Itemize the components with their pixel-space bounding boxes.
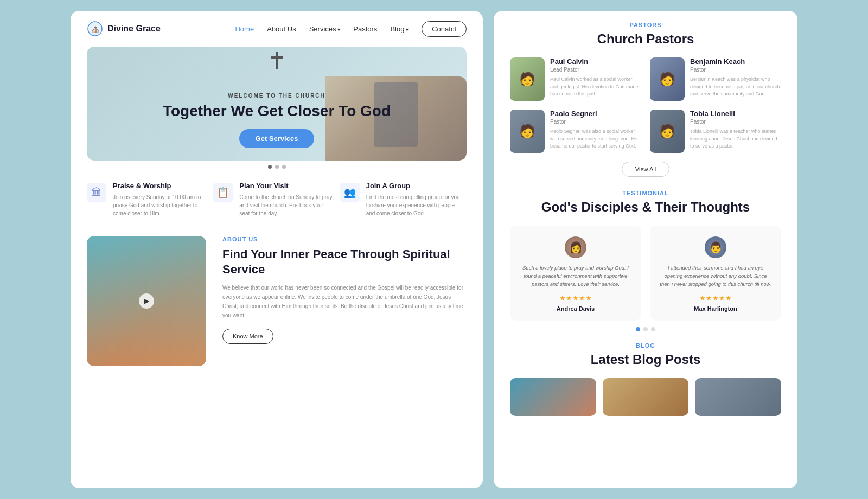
service-visit: 📋 Plan Your Visit Come to the church on … — [213, 182, 340, 217]
testimonial-andrea: 👩 Such a lovely place to pray and worshi… — [510, 226, 641, 321]
about-title: Find Your Inner Peace Through Spiritual … — [222, 247, 467, 277]
logo-icon: ⛪ — [87, 21, 103, 37]
pastor-desc-benjamin: Benjamin Keach was a physicist who decid… — [690, 76, 781, 98]
testimonial-section: Testimonial God's Disciples & Their Thou… — [510, 190, 781, 331]
about-section: ▶ About Us Find Your Inner Peace Through… — [71, 231, 483, 372]
testimonials-grid: 👩 Such a lovely place to pray and worshi… — [510, 226, 781, 321]
group-icon: 👥 — [340, 183, 360, 202]
svg-text:👥: 👥 — [344, 187, 356, 199]
blog-image-2[interactable] — [603, 378, 689, 416]
service-1-title: Praise & Worship — [113, 182, 208, 190]
pastor-info-benjamin: Benjamin Keach Pastor Benjamin Keach was… — [690, 57, 781, 98]
visit-icon: 📋 — [213, 183, 233, 202]
testimonial-tag: Testimonial — [510, 190, 781, 196]
logo[interactable]: ⛪ Divine Grace — [87, 21, 161, 37]
blog-images — [510, 378, 781, 416]
about-tag: About Us — [222, 236, 467, 242]
hero-dot-1[interactable] — [268, 165, 272, 169]
pastor-role-paul: Lead Pastor — [550, 67, 641, 73]
pastors-title: Church Pastors — [510, 31, 781, 47]
blog-section: Blog Latest Blog Posts — [510, 342, 781, 416]
service-praise: 🏛 Praise & Worship Join us every Sunday … — [87, 182, 213, 217]
testimonial-text-max: I attended their sermons and I had an ey… — [659, 264, 773, 289]
services-section: 🏛 Praise & Worship Join us every Sunday … — [71, 169, 483, 231]
pastors-grid: 🧑 Paul Calvin Lead Pastor Paul Calvin wo… — [510, 57, 781, 153]
stars-max: ★★★★★ — [659, 294, 773, 302]
service-group: 👥 Join A Group Find the most compelling … — [340, 182, 467, 217]
pastor-desc-paolo: Paolo Segneri was also a social worker w… — [550, 128, 641, 150]
nav-blog[interactable]: Blog — [390, 25, 409, 33]
pastor-role-benjamin: Pastor — [690, 67, 781, 73]
pastor-card-paul: 🧑 Paul Calvin Lead Pastor Paul Calvin wo… — [510, 57, 641, 101]
service-2-title: Plan Your Visit — [239, 182, 334, 190]
hero-title: Together We Get Closer To God — [163, 102, 391, 120]
know-more-button[interactable]: Know More — [222, 329, 273, 344]
pastor-role-paolo: Pastor — [550, 119, 641, 125]
hero-section: Welcome To The Church Together We Get Cl… — [87, 47, 467, 161]
pastors-section: Pastors Church Pastors 🧑 Paul Calvin Lea… — [510, 22, 781, 177]
service-2-text: Come to the church on Sunday to pray and… — [239, 193, 334, 217]
about-image: ▶ — [87, 236, 206, 366]
t-dot-2[interactable] — [643, 327, 648, 331]
nav-home[interactable]: Home — [235, 25, 254, 33]
testimonial-max: 👨 I attended their sermons and I had an … — [650, 226, 781, 321]
testimonial-title: God's Disciples & Their Thoughts — [510, 200, 781, 215]
svg-text:🏛: 🏛 — [92, 187, 101, 198]
pastors-tag: Pastors — [510, 22, 781, 28]
service-3-title: Join A Group — [366, 182, 461, 190]
hero-subtitle: Welcome To The Church — [163, 93, 391, 99]
get-services-button[interactable]: Get Services — [239, 129, 315, 148]
hero-dot-3[interactable] — [282, 165, 286, 169]
pastor-info-tobia: Tobia Lionelli Pastor Tobia Lionelli was… — [690, 110, 781, 150]
avatar-andrea: 👩 — [565, 236, 586, 258]
left-panel: ⛪ Divine Grace Home About Us Services Pa… — [71, 11, 483, 488]
pastor-card-tobia: 🧑 Tobia Lionelli Pastor Tobia Lionelli w… — [650, 110, 781, 153]
nav-services[interactable]: Services — [309, 25, 341, 33]
pastor-avatar-tobia: 🧑 — [650, 110, 685, 153]
blog-tag: Blog — [510, 342, 781, 349]
pastor-info-paul: Paul Calvin Lead Pastor Paul Calvin work… — [550, 57, 641, 98]
testimonial-name-max: Max Harlington — [659, 305, 773, 312]
hero-dots — [71, 165, 483, 169]
pastor-avatar-benjamin: 🧑 — [650, 57, 685, 101]
nav-links: Home About Us Services Pastors Blog — [235, 24, 409, 34]
view-all-button[interactable]: View All — [622, 162, 669, 177]
pastor-name-benjamin: Benjamin Keach — [690, 57, 781, 66]
stars-andrea: ★★★★★ — [519, 294, 633, 302]
svg-text:📋: 📋 — [217, 187, 229, 199]
nav-pastors[interactable]: Pastors — [353, 25, 377, 33]
t-dot-3[interactable] — [651, 327, 655, 331]
svg-text:⛪: ⛪ — [91, 24, 100, 34]
blog-image-3[interactable] — [695, 378, 781, 416]
service-1-text: Join us every Sunday at 10:00 am to prai… — [113, 193, 208, 217]
pastor-avatar-paolo: 🧑 — [510, 110, 545, 153]
blog-title: Latest Blog Posts — [510, 352, 781, 367]
pastor-card-paolo: 🧑 Paolo Segneri Pastor Paolo Segneri was… — [510, 110, 641, 153]
pastor-name-paolo: Paolo Segneri — [550, 110, 641, 118]
pastor-info-paolo: Paolo Segneri Pastor Paolo Segneri was a… — [550, 110, 641, 150]
pastor-name-paul: Paul Calvin — [550, 57, 641, 66]
nav-about[interactable]: About Us — [267, 25, 296, 33]
play-button[interactable]: ▶ — [139, 293, 154, 309]
hero-dot-2[interactable] — [275, 165, 279, 169]
pastor-avatar-paul: 🧑 — [510, 57, 545, 101]
pastor-desc-paul: Paul Calvin worked as a social worker an… — [550, 76, 641, 98]
testimonial-text-andrea: Such a lovely place to pray and worship … — [519, 264, 633, 289]
pastor-name-tobia: Tobia Lionelli — [690, 110, 781, 118]
svg-rect-3 — [271, 56, 283, 59]
pastor-card-benjamin: 🧑 Benjamin Keach Pastor Benjamin Keach w… — [650, 57, 781, 101]
pastor-desc-tobia: Tobia Lionelli was a teacher who started… — [690, 128, 781, 150]
t-dot-1[interactable] — [636, 327, 640, 331]
about-content: About Us Find Your Inner Peace Through S… — [222, 236, 467, 344]
praise-icon: 🏛 — [87, 183, 106, 202]
contact-button[interactable]: Conatct — [422, 21, 467, 37]
svg-rect-2 — [276, 52, 278, 69]
testimonial-name-andrea: Andrea Davis — [519, 305, 633, 312]
pastor-role-tobia: Pastor — [690, 119, 781, 125]
service-3-text: Find the most compelling group for you t… — [366, 193, 461, 217]
avatar-max: 👨 — [705, 236, 726, 258]
testimonial-dots — [510, 327, 781, 331]
blog-image-1[interactable] — [510, 378, 596, 416]
about-text: We believe that our world has never been… — [222, 283, 467, 320]
navbar: ⛪ Divine Grace Home About Us Services Pa… — [71, 11, 483, 47]
